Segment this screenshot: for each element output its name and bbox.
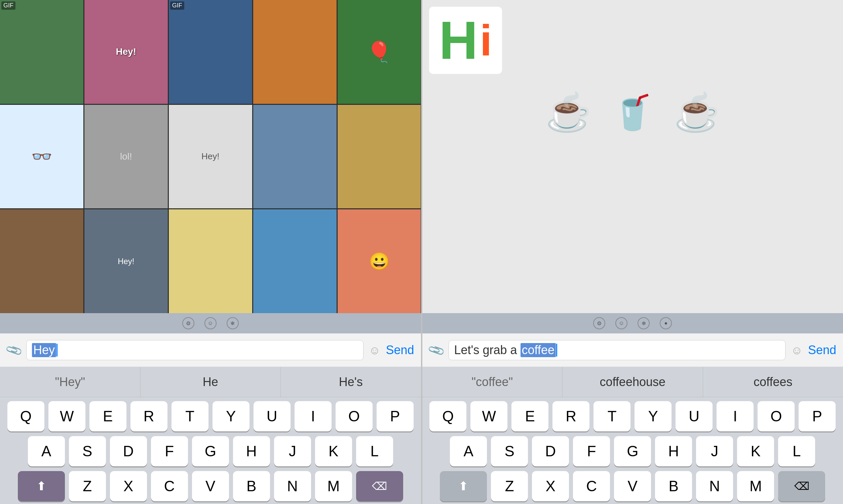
key-Z-right[interactable]: Z	[491, 471, 528, 501]
media-cell-4[interactable]	[253, 0, 337, 104]
key-shift-left[interactable]: ⬆	[18, 471, 65, 501]
key-O-right[interactable]: O	[758, 401, 794, 431]
key-L-left[interactable]: L	[356, 436, 393, 466]
media-cell-13[interactable]	[169, 209, 252, 313]
key-R-left[interactable]: R	[130, 401, 168, 431]
send-btn-left[interactable]: Send	[386, 343, 414, 357]
key-U-left[interactable]: U	[253, 401, 291, 431]
attach-icon-right[interactable]: 📎	[426, 341, 445, 360]
key-E-right[interactable]: E	[511, 401, 548, 431]
key-X-right[interactable]: X	[532, 471, 569, 501]
suggestion-hes[interactable]: He's	[281, 367, 421, 397]
key-P-left[interactable]: P	[376, 401, 414, 431]
media-cell-12[interactable]: Hey!	[84, 209, 168, 313]
key-Y-left[interactable]: Y	[212, 401, 249, 431]
right-emoji-area[interactable]: H i ☕ 🥤 ☕	[422, 0, 843, 313]
key-F-left[interactable]: F	[151, 436, 188, 466]
key-I-right[interactable]: I	[717, 401, 754, 431]
key-B-right[interactable]: B	[655, 471, 692, 501]
key-D-left[interactable]: D	[110, 436, 147, 466]
key-W-left[interactable]: W	[49, 401, 85, 431]
media-cell-7[interactable]: lol!	[84, 105, 168, 209]
left-message-input[interactable]: Hey	[26, 340, 364, 360]
key-K-left[interactable]: K	[315, 436, 352, 466]
key-Q-left[interactable]: Q	[7, 401, 45, 431]
key-G-right[interactable]: G	[614, 436, 651, 466]
key-Z-left[interactable]: Z	[69, 471, 106, 501]
media-cell-5[interactable]: 🎈	[338, 0, 421, 104]
key-C-left[interactable]: C	[151, 471, 188, 501]
key-A-left[interactable]: A	[28, 436, 65, 466]
suggestion-he[interactable]: He	[141, 367, 281, 397]
media-cell-15[interactable]: 😀	[338, 209, 421, 313]
emoji-btn-left[interactable]: ☺	[369, 344, 381, 357]
media-cell-2[interactable]: Hey!	[84, 0, 168, 104]
key-W-right[interactable]: W	[470, 401, 507, 431]
key-backspace-right[interactable]: ⌫	[778, 471, 825, 501]
key-V-right[interactable]: V	[614, 471, 651, 501]
key-T-left[interactable]: T	[172, 401, 209, 431]
key-M-left[interactable]: M	[315, 471, 352, 501]
suggestion-coffee-quoted[interactable]: "coffee"	[422, 367, 563, 397]
left-key-row-2: A S D F G H J K L	[3, 436, 418, 466]
media-cell-9[interactable]	[253, 105, 337, 209]
key-A-right[interactable]: A	[450, 436, 487, 466]
key-backspace-left[interactable]: ⌫	[356, 471, 403, 501]
snowflake-icon[interactable]: ❄	[227, 317, 239, 329]
key-S-left[interactable]: S	[69, 436, 106, 466]
media-cell-6[interactable]: 👓	[0, 105, 83, 209]
key-shift-right[interactable]: ⬆	[440, 471, 487, 501]
attach-icon-left[interactable]: 📎	[4, 341, 23, 360]
suggestion-coffeehouse[interactable]: coffeehouse	[563, 367, 703, 397]
key-S-right[interactable]: S	[491, 436, 528, 466]
key-K-right[interactable]: K	[737, 436, 774, 466]
key-Q-right[interactable]: Q	[429, 401, 467, 431]
emoji-btn-right[interactable]: ☺	[791, 344, 803, 357]
settings-icon-right[interactable]: ⚙	[593, 317, 605, 329]
key-X-left[interactable]: X	[110, 471, 147, 501]
hi-sticker[interactable]: H i	[429, 7, 503, 74]
key-H-left[interactable]: H	[233, 436, 270, 466]
emoji-picker-icon[interactable]: ☺	[205, 317, 216, 329]
key-N-left[interactable]: N	[274, 471, 311, 501]
key-U-right[interactable]: U	[675, 401, 713, 431]
key-O-left[interactable]: O	[336, 401, 373, 431]
media-cell-8[interactable]: Hey!	[169, 105, 252, 209]
emoji-picker-icon-right[interactable]: ☺	[615, 317, 628, 329]
key-N-right[interactable]: N	[696, 471, 733, 501]
snowflake-icon-right[interactable]: ❄	[637, 317, 650, 329]
key-P-right[interactable]: P	[798, 401, 836, 431]
media-cell-1[interactable]: GIF	[0, 0, 83, 104]
key-G-left[interactable]: G	[192, 436, 229, 466]
right-phone-panel: H i ☕ 🥤 ☕ ⚙ ☺ ❄ ● 📎 Let's grab a coffee …	[422, 0, 843, 504]
send-btn-right[interactable]: Send	[808, 343, 836, 357]
media-cell-3[interactable]: GIF	[169, 0, 252, 104]
key-R-right[interactable]: R	[552, 401, 590, 431]
key-J-left[interactable]: J	[274, 436, 311, 466]
circle-icon-right[interactable]: ●	[660, 317, 672, 329]
key-D-right[interactable]: D	[532, 436, 569, 466]
key-B-left[interactable]: B	[233, 471, 270, 501]
media-cell-10[interactable]	[338, 105, 421, 209]
coffee-emoji-1[interactable]: ☕	[545, 91, 592, 134]
key-F-right[interactable]: F	[573, 436, 610, 466]
media-cell-11[interactable]	[0, 209, 83, 313]
key-H-right[interactable]: H	[655, 436, 692, 466]
suggestion-hey-quoted[interactable]: "Hey"	[0, 367, 141, 397]
key-C-right[interactable]: C	[573, 471, 610, 501]
key-I-left[interactable]: I	[295, 401, 332, 431]
key-J-right[interactable]: J	[696, 436, 733, 466]
coffee-emoji-2[interactable]: 🥤	[612, 93, 654, 132]
suggestion-coffees[interactable]: coffees	[703, 367, 843, 397]
key-E-left[interactable]: E	[89, 401, 126, 431]
key-Y-right[interactable]: Y	[634, 401, 671, 431]
right-message-input[interactable]: Let's grab a coffee	[449, 340, 786, 360]
key-V-left[interactable]: V	[192, 471, 229, 501]
key-L-right[interactable]: L	[778, 436, 815, 466]
media-cell-14[interactable]	[253, 209, 337, 313]
key-M-right[interactable]: M	[737, 471, 774, 501]
key-T-right[interactable]: T	[594, 401, 631, 431]
settings-icon[interactable]: ⚙	[182, 317, 194, 329]
left-media-area[interactable]: GIF Hey! GIF 🎈 👓 lol! Hey! Hey! 😀	[0, 0, 421, 313]
coffee-emoji-3[interactable]: ☕	[674, 91, 720, 134]
